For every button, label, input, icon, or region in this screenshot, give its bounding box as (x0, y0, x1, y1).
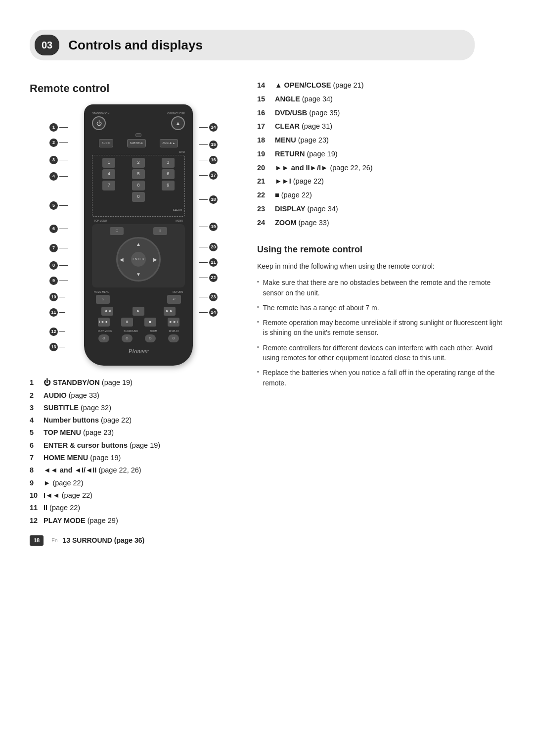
remote-label-9: 9 (49, 277, 68, 285)
num-4-button[interactable]: 4 (102, 169, 115, 179)
list-item: 20 ►► and II►/I► (page 22, 26) (257, 163, 504, 174)
return-label: RETURN (173, 290, 183, 294)
list-item: 10 I◄◄ (page 22) (30, 490, 237, 500)
return-button[interactable]: ↩ (167, 295, 181, 304)
clear-btn-label[interactable]: CLEAR (173, 208, 182, 211)
num-5-button[interactable]: 5 (132, 169, 145, 179)
nav-down-arrow[interactable]: ▼ (136, 271, 141, 278)
zoom-button[interactable]: ⊙ (145, 334, 156, 342)
menu-button[interactable]: ≡ (153, 227, 167, 235)
play-button[interactable]: ► (133, 307, 144, 316)
num-3-button[interactable]: 3 (162, 158, 175, 168)
remote-label-14: 14 (199, 123, 218, 132)
bullet-text: Replace the batteries when you notice a … (263, 368, 504, 388)
prev-button[interactable]: I◄◄ (98, 318, 110, 327)
list-item: 3 SUBTITLE (page 32) (30, 403, 237, 413)
remote-label-2: 2 (49, 139, 68, 147)
list-item: 12 PLAY MODE (page 29) (30, 516, 237, 525)
top-menu-button[interactable]: ⊡ (110, 227, 124, 235)
bullet-text: Remote controllers for different devices… (263, 343, 504, 363)
dvd-label: DVD (179, 150, 185, 154)
num-6-button[interactable]: 6 (162, 169, 175, 179)
remote-top-labels: STANDBY/ON OPEN/CLOSE (92, 111, 185, 115)
list-item: 17 CLEAR (page 31) (257, 121, 504, 132)
nav-left-arrow[interactable]: ◀ (120, 255, 124, 263)
nav-up-arrow[interactable]: ▲ (136, 240, 141, 248)
number-grid-wrap: 1 2 3 4 5 6 7 8 9 0 (92, 155, 185, 217)
rew-button[interactable]: ◄◄ (101, 307, 113, 316)
list-item: 22 ■ (page 22) (257, 190, 504, 201)
list-item: 7 HOME MENU (page 19) (30, 453, 237, 463)
play-mode-button[interactable]: ⊙ (98, 334, 109, 342)
subtitle-button[interactable]: SUBTITLE (127, 139, 146, 147)
content-area: Remote control 1 2 (30, 80, 504, 546)
home-menu-button[interactable]: ⌂ (96, 295, 110, 304)
open-close-button[interactable]: ▲ (171, 116, 185, 130)
remote-label-4: 4 (49, 172, 68, 181)
list-item: 9 ► (page 22) (30, 478, 237, 488)
num-8-button[interactable]: 8 (132, 181, 145, 190)
bottom-bar: 18 En 13 SURROUND (page 36) (30, 535, 237, 546)
top-menu-label: TOP MENU (94, 219, 107, 223)
angle-button[interactable]: ANGLE ▲ (160, 139, 178, 147)
list-item: 14 ▲ OPEN/CLOSE (page 21) (257, 80, 504, 91)
home-return-row: ⌂ ↩ (92, 295, 185, 304)
audio-button[interactable]: AUDIO (99, 139, 113, 147)
remote-label-16: 16 (199, 156, 218, 164)
mode-buttons-row: ⊙ ⊙ ⊙ ⊙ (92, 334, 185, 342)
bullet-dot: • (257, 344, 259, 351)
remote-label-17: 17 (199, 171, 218, 180)
using-intro: Keep in mind the following when using th… (257, 261, 504, 272)
topmenu-label-row: TOP MENU MENU (92, 219, 185, 223)
right-column: 14 ▲ OPEN/CLOSE (page 21) 15 ANGLE (page… (257, 80, 504, 546)
remote-label-20: 20 (199, 243, 218, 251)
num-1-button[interactable]: 1 (102, 158, 115, 168)
num-7-button[interactable]: 7 (102, 181, 115, 190)
remote-label-21: 21 (199, 258, 218, 267)
num-2-button[interactable]: 2 (132, 158, 145, 168)
zoom-label: ZOOM (150, 330, 157, 333)
home-return-labels: HOME MENU RETURN (92, 290, 185, 294)
list-item: 2 AUDIO (page 33) (30, 390, 237, 400)
remote-label-23: 23 (199, 293, 218, 301)
bullet-item: • Remote controllers for different devic… (257, 343, 504, 363)
display-button[interactable]: ⊙ (168, 334, 179, 342)
list-item: 18 MENU (page 23) (257, 135, 504, 146)
en-label: En (51, 537, 57, 544)
home-menu-label: HOME MENU (94, 290, 109, 294)
remote-label-22: 22 (199, 274, 218, 282)
standby-button[interactable]: ⏻ (92, 116, 106, 130)
bullet-text: Remote operation may become unreliable i… (263, 318, 504, 338)
display-label: DISPLAY (169, 330, 179, 333)
remote-label-1: 1 (49, 123, 68, 132)
surround-label: SURROUND (124, 330, 138, 333)
enter-button[interactable]: ENTER (131, 252, 146, 267)
next-button[interactable]: ►►I (168, 318, 179, 327)
left-item-list: 1 ⏻ STANDBY/ON (page 19) 2 AUDIO (page 3… (30, 378, 237, 525)
list-item: 15 ANGLE (page 34) (257, 94, 504, 105)
stop-button[interactable]: ■ (144, 318, 156, 327)
func-buttons-row: AUDIO SUBTITLE ANGLE ▲ (92, 139, 185, 147)
remote-label-5: 5 (49, 201, 68, 210)
fwd-button[interactable]: ►► (164, 307, 176, 316)
pause-button[interactable]: II (121, 318, 133, 327)
remote-row1: ⏻ ▲ (92, 116, 185, 130)
list-item: 4 Number buttons (page 22) (30, 415, 237, 425)
list-item: 8 ◄◄ and ◄I/◄II (page 22, 26) (30, 465, 237, 475)
using-title: Using the remote control (257, 243, 504, 256)
num-9-button[interactable]: 9 (162, 181, 175, 190)
list-item: 21 ►►I (page 22) (257, 176, 504, 187)
remote-label-6: 6 (49, 225, 68, 233)
remote-label-24: 24 (199, 308, 218, 317)
transport-row-1: ◄◄ ► ►► (92, 307, 185, 316)
bullet-item: • Replace the batteries when you notice … (257, 368, 504, 388)
item-13-label: 13 SURROUND (page 36) (62, 535, 144, 546)
ir-emitter (135, 133, 141, 137)
num-0-button[interactable]: 0 (132, 192, 145, 202)
nav-right-arrow[interactable]: ▶ (153, 255, 157, 263)
bullet-list: • Make sure that there are no obstacles … (257, 278, 504, 388)
chapter-header: 03 Controls and displays (30, 30, 475, 60)
list-item: 23 DISPLAY (page 34) (257, 204, 504, 215)
surround-button[interactable]: ⊙ (122, 334, 133, 342)
bullet-dot: • (257, 279, 259, 286)
